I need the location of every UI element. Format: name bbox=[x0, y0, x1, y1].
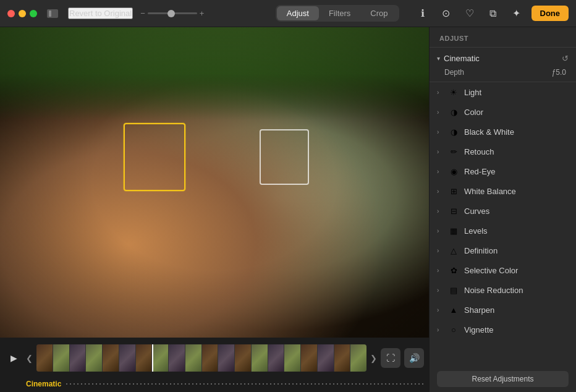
film-frame bbox=[235, 344, 251, 372]
levels-label: Levels bbox=[464, 226, 488, 236]
sidebar-item-noise-reduction[interactable]: › ▤ Noise Reduction bbox=[430, 280, 576, 300]
black-white-icon: ◑ bbox=[448, 126, 459, 137]
sidebar-toggle[interactable] bbox=[47, 9, 58, 18]
white-balance-label: White Balance bbox=[464, 187, 516, 196]
tab-crop[interactable]: Crop bbox=[360, 6, 397, 20]
film-frame bbox=[70, 344, 86, 372]
face-box-primary[interactable] bbox=[124, 123, 185, 191]
tab-filters[interactable]: Filters bbox=[319, 6, 360, 20]
sidebar-item-vignette[interactable]: › ○ Vignette bbox=[430, 320, 576, 339]
duplicate-button[interactable]: ⧉ bbox=[485, 5, 502, 22]
revert-button[interactable]: Revert to Original bbox=[68, 7, 133, 19]
video-frame[interactable] bbox=[0, 27, 429, 338]
cinematic-chevron-icon: ▾ bbox=[437, 55, 440, 62]
film-frame bbox=[119, 344, 135, 372]
retouch-icon: ✏ bbox=[448, 146, 459, 157]
vignette-icon: ○ bbox=[448, 324, 459, 335]
face-box-secondary[interactable] bbox=[260, 129, 309, 185]
exposure-minus-icon: − bbox=[140, 9, 145, 18]
sidebar-item-definition[interactable]: › △ Definition bbox=[430, 241, 576, 260]
sidebar-item-levels[interactable]: › ▦ Levels bbox=[430, 221, 576, 241]
sidebar: ADJUST ▾ Cinematic ↺ Depth ƒ5.0 › bbox=[429, 27, 576, 392]
heart-icon: ♡ bbox=[465, 7, 474, 19]
film-frame bbox=[86, 344, 102, 372]
sidebar-item-sharpen[interactable]: › ▲ Sharpen bbox=[430, 300, 576, 320]
film-frame bbox=[103, 344, 119, 372]
cinematic-reset-icon[interactable]: ↺ bbox=[562, 54, 569, 63]
fullscreen-button[interactable]: ⛶ bbox=[381, 348, 400, 368]
sidebar-item-red-eye[interactable]: › ◉ Red-Eye bbox=[430, 161, 576, 181]
sparkle-icon: ✦ bbox=[512, 7, 520, 19]
minimize-button[interactable] bbox=[19, 10, 26, 17]
curves-icon: ⊟ bbox=[448, 205, 459, 216]
levels-icon: ▦ bbox=[448, 225, 459, 236]
close-button[interactable] bbox=[7, 10, 15, 17]
audio-button[interactable]: 🔊 bbox=[404, 348, 424, 368]
film-frame bbox=[36, 344, 53, 372]
done-button[interactable]: Done bbox=[532, 6, 569, 21]
exposure-slider[interactable]: − + bbox=[140, 9, 204, 18]
sidebar-item-color[interactable]: › ◑ Color bbox=[430, 102, 576, 122]
filmstrip[interactable] bbox=[36, 344, 366, 372]
play-button[interactable]: ▶ bbox=[5, 349, 22, 367]
sidebar-item-white-balance[interactable]: › ⊞ White Balance bbox=[430, 181, 576, 201]
light-label: Light bbox=[464, 88, 481, 97]
exposure-track[interactable] bbox=[148, 12, 197, 14]
definition-chevron-icon: › bbox=[437, 247, 443, 254]
black-white-label: Black & White bbox=[464, 127, 514, 137]
noise-reduction-label: Noise Reduction bbox=[464, 286, 523, 295]
sharpen-chevron-icon: › bbox=[437, 307, 443, 313]
sidebar-item-curves[interactable]: › ⊟ Curves bbox=[430, 201, 576, 221]
exposure-thumb[interactable] bbox=[167, 10, 175, 17]
next-icon: ❯ bbox=[370, 354, 377, 363]
film-frame bbox=[218, 344, 234, 372]
reset-adjustments-button[interactable]: Reset Adjustments bbox=[437, 371, 569, 387]
selective-color-icon: ✿ bbox=[448, 265, 459, 276]
film-frame bbox=[350, 344, 366, 372]
sharpen-icon: ▲ bbox=[448, 304, 459, 315]
noise-reduction-icon: ▤ bbox=[448, 284, 459, 296]
bottom-labels-row: Cinematic bbox=[0, 378, 429, 392]
faces-button[interactable]: ⊙ bbox=[438, 5, 455, 22]
film-frame bbox=[334, 344, 350, 372]
selective-color-chevron-icon: › bbox=[437, 267, 443, 274]
playhead[interactable] bbox=[152, 344, 153, 372]
sidebar-item-retouch[interactable]: › ✏ Retouch bbox=[430, 142, 576, 161]
levels-chevron-icon: › bbox=[437, 228, 443, 234]
titlebar-right: ℹ ⊙ ♡ ⧉ ✦ Done bbox=[414, 5, 569, 22]
vignette-chevron-icon: › bbox=[437, 326, 443, 333]
white-balance-icon: ⊞ bbox=[448, 185, 459, 197]
curves-chevron-icon: › bbox=[437, 208, 443, 215]
cinematic-section: ▾ Cinematic ↺ Depth ƒ5.0 bbox=[430, 50, 576, 82]
sidebar-header: ADJUST bbox=[430, 27, 576, 48]
sidebar-item-selective-color[interactable]: › ✿ Selective Color bbox=[430, 260, 576, 280]
film-frame bbox=[185, 344, 201, 372]
prev-button[interactable]: ❮ bbox=[26, 354, 33, 363]
vignette-label: Vignette bbox=[464, 325, 493, 334]
next-button[interactable]: ❯ bbox=[370, 354, 377, 363]
maximize-button[interactable] bbox=[30, 10, 37, 17]
more-button[interactable]: ✦ bbox=[508, 5, 525, 22]
favorites-button[interactable]: ♡ bbox=[461, 5, 478, 22]
sidebar-item-light[interactable]: › ☀ Light bbox=[430, 82, 576, 102]
cinematic-header[interactable]: ▾ Cinematic ↺ bbox=[437, 54, 569, 63]
sharpen-label: Sharpen bbox=[464, 305, 494, 315]
info-button[interactable]: ℹ bbox=[414, 5, 431, 22]
retouch-label: Retouch bbox=[464, 147, 494, 156]
definition-icon: △ bbox=[448, 245, 459, 256]
color-icon: ◑ bbox=[448, 106, 459, 117]
smiley-icon: ⊙ bbox=[442, 7, 450, 19]
tab-adjust[interactable]: Adjust bbox=[277, 6, 319, 20]
prev-icon: ❮ bbox=[26, 354, 33, 363]
titlebar: Revert to Original − + Adjust Filters Cr… bbox=[0, 0, 576, 27]
depth-label: Depth bbox=[444, 68, 464, 77]
bottom-controls: ▶ ❮ bbox=[0, 338, 429, 392]
color-chevron-icon: › bbox=[437, 109, 443, 116]
film-frame bbox=[252, 344, 268, 372]
film-frame bbox=[136, 344, 152, 372]
video-area: ▶ ❮ bbox=[0, 27, 429, 392]
definition-label: Definition bbox=[464, 246, 498, 255]
film-frame bbox=[301, 344, 317, 372]
sidebar-item-black-white[interactable]: › ◑ Black & White bbox=[430, 122, 576, 142]
audio-icon: 🔊 bbox=[409, 353, 420, 363]
